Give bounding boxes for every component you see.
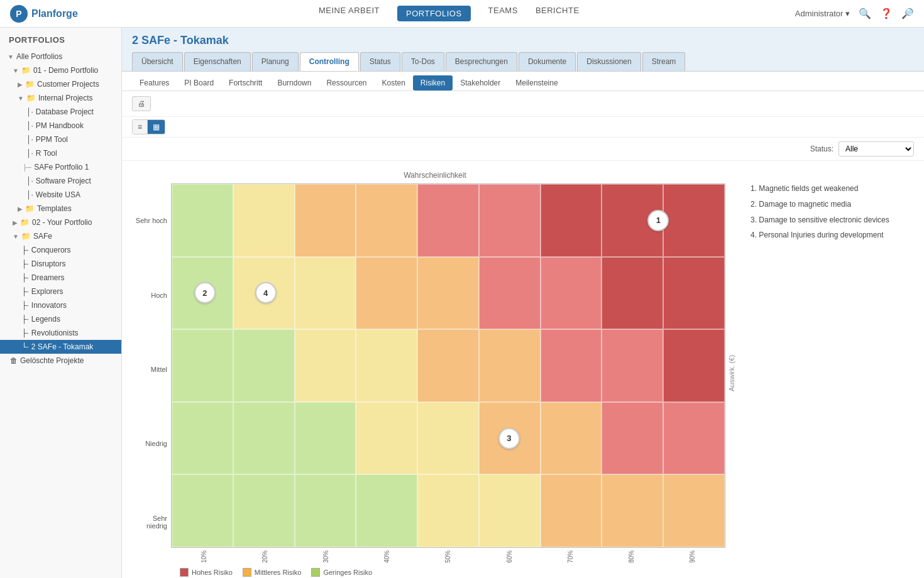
tab-controlling[interactable]: Controlling	[300, 52, 359, 71]
legend-label-gering: Geringes Risiko	[323, 569, 372, 576]
risk-marker-2[interactable]: 2	[194, 282, 216, 303]
cell-r4c8	[602, 402, 663, 475]
subtab-row: Features PI Board Fortschritt Burndown R…	[122, 72, 924, 91]
cell-r2c5	[417, 257, 479, 330]
item-icon: │·	[26, 177, 33, 185]
print-button[interactable]: 🖨	[132, 96, 151, 111]
risk-marker-1[interactable]: 1	[647, 210, 669, 231]
tab-diskussionen[interactable]: Diskussionen	[577, 52, 641, 71]
subtab-meilensteine[interactable]: Meilensteine	[508, 75, 565, 90]
subtab-ressourcen[interactable]: Ressourcen	[319, 75, 374, 90]
cell-r3c1	[172, 329, 233, 402]
risk-marker-3[interactable]: 3	[498, 428, 520, 449]
tab-todos[interactable]: To-Dos	[402, 52, 444, 71]
sidebar-item-conquerors[interactable]: ├· Conquerors	[0, 243, 121, 257]
nav-teams[interactable]: TEAMS	[488, 6, 518, 21]
y-label-niedrig: Niedrig	[132, 440, 167, 447]
list-view-button[interactable]: ≡	[133, 120, 148, 134]
legend-label-hoch: Hohes Risiko	[192, 569, 233, 576]
y-label-sehr-niedrig: Sehr niedrig	[132, 515, 167, 530]
sidebar-item-label: Website USA	[36, 190, 80, 199]
sidebar-item-innovators[interactable]: ├· Innovators	[0, 298, 121, 312]
cell-r1c3	[295, 184, 356, 257]
x-labels: 10% 20% 30% 40% 50% 60% 70% 80% 90%	[171, 550, 725, 563]
sidebar-item-demo-portfolio[interactable]: ▼ 📁 01 - Demo Portfolio	[0, 63, 121, 77]
cell-r3c4	[356, 329, 417, 402]
cell-r1c9	[663, 184, 725, 257]
risk-list: 1. Magnetic fields get weakened 2. Damag…	[751, 171, 914, 578]
sidebar-item-safe-portfolio-1[interactable]: ├─ SAFe Portfolio 1	[0, 160, 121, 174]
sidebar-item-r-tool[interactable]: │· R Tool	[0, 146, 121, 160]
sidebar-item-label: 02 - Your Portfolio	[32, 218, 92, 227]
chevron-right-icon: ▶	[13, 219, 18, 226]
sidebar-item-ppm-tool[interactable]: │· PPM Tool	[0, 133, 121, 146]
tab-uebersicht[interactable]: Übersicht	[132, 52, 183, 71]
subtab-pi-board[interactable]: PI Board	[177, 75, 221, 90]
help-icon[interactable]: ❓	[880, 8, 893, 19]
logo[interactable]: P Planforge	[10, 5, 78, 23]
sidebar-item-legends[interactable]: ├· Legends	[0, 312, 121, 326]
sidebar-item-safe[interactable]: ▼ 📁 SAFe	[0, 229, 121, 243]
subtab-kosten[interactable]: Kosten	[374, 75, 412, 90]
sidebar-item-geloeschte-projekte[interactable]: 🗑 Gelöschte Projekte	[0, 354, 121, 368]
cell-r3c5	[417, 329, 479, 402]
sidebar-item-pm-handbook[interactable]: │· PM Handbook	[0, 119, 121, 133]
nav-meine-arbeit[interactable]: MEINE ARBEIT	[319, 6, 380, 21]
tab-dokumente[interactable]: Dokumente	[519, 52, 576, 71]
zoom-icon[interactable]: 🔎	[901, 8, 914, 19]
cell-r3c8	[602, 329, 663, 402]
item-icon: │·	[26, 149, 33, 158]
main-nav: MEINE ARBEIT PORTFOLIOS TEAMS BERICHTE	[103, 6, 795, 21]
sidebar-item-alle-portfolios[interactable]: ▼ Alle Portfolios	[0, 50, 121, 63]
item-icon: ├·	[21, 329, 29, 337]
y-label-sehr-hoch: Sehr hoch	[132, 217, 167, 224]
risk-area: Wahrscheinlichkeit Sehr hoch Hoch Mittel…	[122, 161, 924, 578]
sidebar-item-customer-projects[interactable]: ▶ 📁 Customer Projects	[0, 77, 121, 91]
sidebar-item-internal-projects[interactable]: ▼ 📁 Internal Projects	[0, 91, 121, 105]
subtab-risiken[interactable]: Risiken	[413, 75, 453, 90]
cell-r3c7	[541, 329, 602, 402]
sidebar-item-revolutionists[interactable]: ├· Revolutionists	[0, 326, 121, 340]
item-icon: ├·	[21, 273, 29, 282]
nav-portfolios[interactable]: PORTFOLIOS	[397, 6, 471, 21]
cell-r5c7	[541, 474, 602, 547]
subtab-features[interactable]: Features	[132, 75, 177, 90]
subtab-stakeholder[interactable]: Stakeholder	[453, 75, 508, 90]
sidebar-item-explorers[interactable]: ├· Explorers	[0, 285, 121, 298]
chevron-down-icon: ▼	[8, 53, 14, 60]
cell-r4c2	[233, 402, 295, 475]
cell-r2c4	[356, 257, 417, 330]
tab-besprechungen[interactable]: Besprechungen	[446, 52, 517, 71]
sidebar-item-database-project[interactable]: │· Database Project	[0, 105, 121, 119]
sidebar-item-label: Software Project	[36, 177, 91, 185]
x-label-40: 40%	[383, 550, 390, 563]
tab-status[interactable]: Status	[360, 52, 400, 71]
risk-grid: 1 2 4 3	[171, 183, 725, 548]
sidebar-item-label: 01 - Demo Portfolio	[33, 66, 98, 75]
tab-eigenschaften[interactable]: Eigenschaften	[184, 52, 251, 71]
sidebar-item-disruptors[interactable]: ├· Disruptors	[0, 257, 121, 271]
subtab-burndown[interactable]: Burndown	[270, 75, 319, 90]
user-menu[interactable]: Administrator ▾	[795, 9, 850, 18]
legend-gering: Geringes Risiko	[311, 568, 372, 577]
tab-planung[interactable]: Planung	[252, 52, 299, 71]
sidebar-item-tokamak[interactable]: └· 2 SAFe - Tokamak	[0, 340, 121, 354]
sidebar-item-website-usa[interactable]: │· Website USA	[0, 188, 121, 202]
sidebar-item-your-portfolio[interactable]: ▶ 📁 02 - Your Portfolio	[0, 215, 121, 229]
chevron-right-icon: ▶	[18, 205, 23, 212]
nav-berichte[interactable]: BERICHTE	[536, 6, 580, 21]
cell-r4c9	[663, 402, 725, 475]
sidebar-item-templates[interactable]: ▶ 📁 Templates	[0, 202, 121, 215]
risk-marker-4[interactable]: 4	[255, 282, 277, 303]
sidebar-item-label: Alle Portfolios	[16, 52, 62, 61]
tab-stream[interactable]: Stream	[642, 52, 686, 71]
subtab-fortschritt[interactable]: Fortschritt	[221, 75, 270, 90]
sidebar-item-dreamers[interactable]: ├· Dreamers	[0, 271, 121, 285]
grid-view-button[interactable]: ▦	[148, 120, 165, 134]
sidebar-item-label: R Tool	[36, 149, 57, 158]
sidebar-item-label: Conquerors	[31, 246, 71, 254]
sidebar-item-label: Templates	[37, 204, 72, 213]
sidebar-item-software-project[interactable]: │· Software Project	[0, 174, 121, 188]
status-select[interactable]: Alle Offen Geschlossen	[839, 141, 914, 156]
search-icon[interactable]: 🔍	[859, 8, 871, 19]
